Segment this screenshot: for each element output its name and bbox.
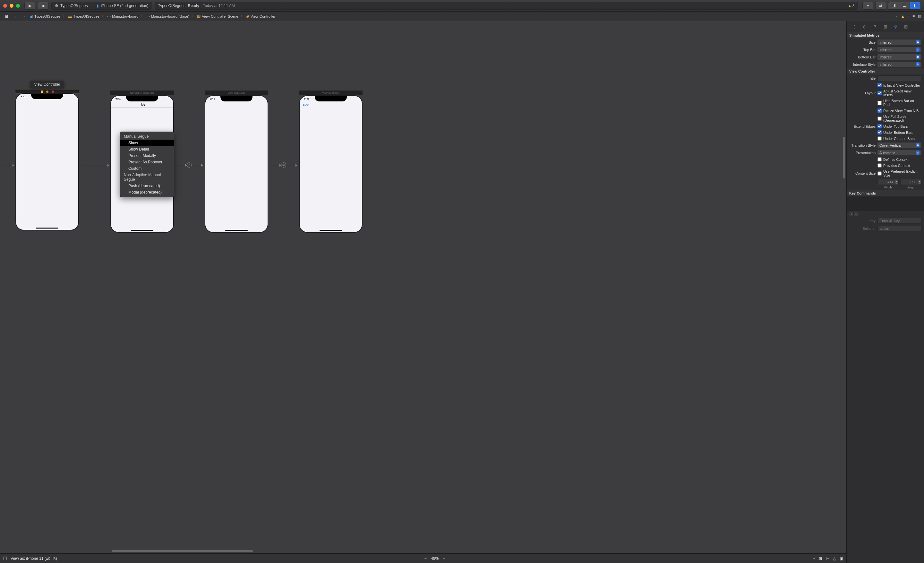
menu-item-present-popover[interactable]: Present As Popover	[120, 159, 174, 165]
segue-arrow[interactable]	[270, 165, 281, 166]
scene-title[interactable]: View Controller	[299, 90, 363, 95]
exit-icon[interactable]	[52, 90, 54, 93]
resize-nib-checkbox[interactable]	[878, 108, 882, 113]
zoom-out-button[interactable]: −	[424, 555, 427, 561]
help-inspector-tab[interactable]: ?	[872, 24, 878, 30]
embed-icon[interactable]: ▣	[840, 556, 843, 561]
scene-dock[interactable]	[15, 90, 79, 93]
scheme-selector[interactable]: ⚙︎ TypesOfSegues 〉 ▮ iPhone SE (2nd gene…	[51, 2, 152, 10]
menu-item-push[interactable]: Push (deprecated)	[120, 183, 174, 189]
remove-key-command-button[interactable]: −	[854, 212, 859, 216]
size-inspector-tab[interactable]: ▥	[903, 24, 909, 30]
bottombar-popup[interactable]: Inferred	[878, 54, 921, 60]
under-top-checkbox[interactable]	[878, 124, 882, 128]
transition-popup[interactable]: Cover Vertical	[878, 143, 921, 148]
height-field[interactable]: 896▴▾	[901, 179, 922, 185]
chevron-left-icon[interactable]: ‹	[896, 14, 898, 19]
first-responder-icon[interactable]	[46, 90, 48, 93]
back-button[interactable]: ‹	[12, 12, 19, 20]
toggle-navigator-button[interactable]	[888, 2, 899, 10]
phone-preview[interactable]: 9:41 ‹Back	[299, 95, 363, 233]
width-field[interactable]: 414▴▾	[878, 179, 898, 185]
interface-style-popup[interactable]: Inferred	[878, 62, 921, 67]
forward-button[interactable]: ›	[21, 12, 28, 20]
scroll-thumb[interactable]	[112, 550, 253, 552]
segue-arrow[interactable]	[192, 165, 203, 166]
align-icon[interactable]: ⊞	[819, 556, 822, 561]
initial-vc-checkbox[interactable]	[878, 83, 882, 87]
file-inspector-tab[interactable]: ▯	[852, 24, 857, 30]
provides-context-checkbox[interactable]	[878, 164, 882, 168]
crumb-project[interactable]: TypesOfSegues	[34, 15, 61, 18]
activity-status[interactable]: TypesOfSegues: Ready | Today at 12:11 AM…	[154, 2, 858, 10]
crumb-storyboard-base[interactable]: Main.storyboard (Base)	[151, 15, 190, 18]
preferred-size-checkbox[interactable]	[878, 171, 882, 176]
attributes-inspector-tab[interactable]: ⚲	[893, 24, 898, 30]
viewcontroller-dock-icon[interactable]	[41, 90, 43, 93]
document-outline-button[interactable]	[3, 557, 7, 560]
chevron-right-icon[interactable]: ›	[908, 14, 909, 19]
warning-badge[interactable]: ▲ 3	[848, 4, 854, 8]
defines-context-checkbox[interactable]	[878, 157, 882, 161]
under-opaque-checkbox[interactable]	[878, 137, 882, 141]
stepper-icon[interactable]: ▴▾	[918, 180, 921, 184]
run-button[interactable]: ▶	[24, 2, 35, 10]
crumb-storyboard[interactable]: Main.storyboard	[112, 15, 138, 18]
menu-item-show[interactable]: Show	[120, 140, 174, 146]
pin-icon[interactable]: ⊩	[826, 556, 829, 561]
key-field[interactable]	[878, 218, 921, 224]
menu-item-custom[interactable]: Custom	[120, 165, 174, 172]
lines-icon[interactable]: ≡	[912, 14, 915, 19]
focus-icon[interactable]: ⌖	[813, 556, 815, 561]
close-window-button[interactable]	[3, 4, 7, 8]
selector-field[interactable]	[878, 226, 921, 231]
phone-preview[interactable]: 9:41	[205, 95, 268, 233]
warning-icon[interactable]: ▲	[901, 14, 905, 19]
crumb-folder[interactable]: TypesOfSegues	[73, 15, 99, 18]
scene-view-controller-3[interactable]: View Controller 9:41 ‹Back	[299, 90, 363, 233]
size-popup[interactable]: Inferred	[878, 39, 921, 45]
full-screen-checkbox[interactable]	[878, 117, 882, 121]
related-items-button[interactable]: ⊞	[3, 12, 10, 20]
zoom-in-button[interactable]: +	[442, 555, 446, 561]
under-bottom-checkbox[interactable]	[878, 130, 882, 135]
identity-inspector-tab[interactable]: ▦	[882, 24, 888, 30]
segue-arrow[interactable]	[286, 165, 297, 166]
title-field[interactable]	[878, 75, 921, 81]
scene-title[interactable]: Navigation Controller	[110, 90, 174, 95]
menu-item-present-modally[interactable]: Present Modally	[120, 152, 174, 159]
zoom-level[interactable]: 49%	[431, 556, 439, 561]
breadcrumb[interactable]: ▣ TypesOfSegues 〉 ▬ TypesOfSegues 〉 ▭ Ma…	[30, 14, 276, 19]
toggle-inspector-button[interactable]	[910, 2, 921, 10]
scroll-thumb[interactable]	[843, 137, 845, 179]
segue-node-icon[interactable]: ▣	[281, 162, 286, 168]
segue-node-icon[interactable]: ⊘	[187, 162, 192, 168]
stop-button[interactable]: ■	[38, 2, 49, 10]
menu-item-show-detail[interactable]: Show Detail	[120, 146, 174, 152]
storyboard-canvas[interactable]: View Controller 9:41 Navigation Controll…	[0, 21, 846, 563]
menu-item-modal[interactable]: Modal (deprecated)	[120, 189, 174, 195]
history-inspector-tab[interactable]: ◷	[862, 24, 867, 30]
hide-bottom-checkbox[interactable]	[878, 101, 882, 105]
minimize-window-button[interactable]	[10, 4, 14, 8]
scene-title[interactable]: View Controller	[205, 90, 268, 95]
topbar-popup[interactable]: Inferred	[878, 47, 921, 52]
add-key-command-button[interactable]: +	[849, 212, 854, 216]
zoom-window-button[interactable]	[16, 4, 20, 8]
horizontal-scrollbar[interactable]	[0, 549, 769, 553]
crumb-viewcontroller[interactable]: View Controller	[250, 15, 276, 18]
segue-arrow[interactable]	[81, 165, 109, 166]
code-review-button[interactable]: ⇄	[875, 2, 886, 10]
resolve-icon[interactable]: △	[833, 556, 836, 561]
library-button[interactable]: +	[862, 2, 873, 10]
scene-view-controller-2[interactable]: View Controller 9:41	[205, 90, 268, 233]
segue-arrow[interactable]	[176, 165, 187, 166]
crumb-scene[interactable]: View Controller Scene	[202, 15, 238, 18]
vertical-scrollbar[interactable]	[843, 21, 846, 549]
adjust-editor-button[interactable]: ▥	[918, 14, 921, 19]
adjust-insets-checkbox[interactable]	[878, 91, 882, 95]
connections-inspector-tab[interactable]: →	[914, 24, 919, 30]
presentation-popup[interactable]: Automatic	[878, 150, 921, 155]
segue-context-menu[interactable]: Manual Segue Show Show Detail Present Mo…	[120, 132, 174, 197]
phone-preview[interactable]: 9:41	[15, 93, 79, 230]
